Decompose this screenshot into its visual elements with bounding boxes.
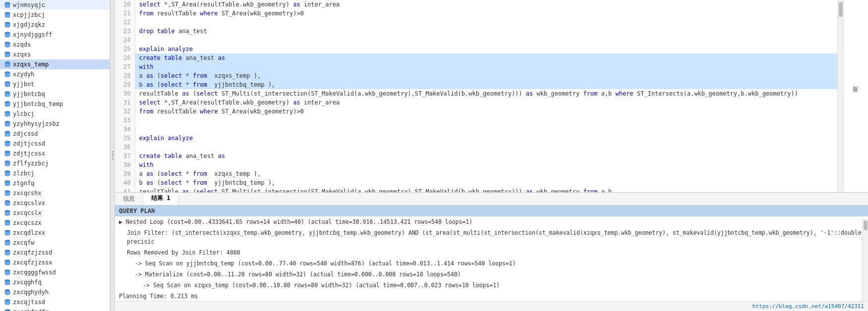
tab-info[interactable]: 信息 — [115, 193, 143, 205]
db-icon — [4, 110, 11, 117]
sidebar-item-xzydyh[interactable]: xzydyh — [0, 69, 110, 79]
line-content[interactable] — [135, 143, 837, 152]
line-content[interactable] — [135, 116, 837, 125]
bottom-scrollbar[interactable] — [862, 218, 868, 301]
svg-point-1 — [5, 2, 10, 4]
sidebar-item-label: xzqxs_temp — [13, 61, 49, 68]
sidebar-item-xjnydjggsff[interactable]: xjnydjggsff — [0, 30, 110, 40]
sidebar-item-zxcqgggfwssd[interactable]: zxcqgggfwssd — [0, 267, 110, 277]
sidebar-item-xzqxs[interactable]: xzqxs — [0, 50, 110, 59]
line-content[interactable]: resultTable as (select ST_Multi(st_inter… — [135, 187, 837, 192]
sidebar-item-zlzbcj[interactable]: zlzbcj — [0, 168, 110, 178]
sidebar-item-xzqxs_temp[interactable]: xzqxs_temp — [0, 59, 110, 69]
sidebar-item-yjjbntcbq[interactable]: yjjbntcbq — [0, 89, 110, 99]
bottom-scrollbar-thumb[interactable] — [864, 220, 868, 230]
svg-point-13 — [5, 62, 10, 64]
query-plan-row: Rows Removed by Join Filter: 4860 — [115, 247, 868, 258]
db-icon — [4, 299, 11, 306]
svg-point-55 — [5, 270, 10, 272]
db-icon — [4, 170, 11, 177]
sidebar-item-label: zdjtjcssx — [13, 150, 45, 157]
line-content[interactable]: drop table ana_test — [135, 27, 837, 36]
svg-point-5 — [5, 22, 10, 24]
sidebar-item-zdjcssd[interactable]: zdjcssd — [0, 129, 110, 139]
line-content[interactable] — [135, 18, 837, 27]
svg-point-9 — [5, 42, 10, 44]
sidebar-item-xcpjjzbcj[interactable]: xcpjjzbcj — [0, 10, 110, 20]
editor-scrollbar[interactable] — [837, 0, 843, 192]
sidebar-item-zxcqcslx[interactable]: zxcqcslx — [0, 208, 110, 218]
line-content[interactable]: select *,ST_Area(resultTable.wkb_geometr… — [135, 0, 837, 9]
db-icon — [4, 190, 11, 197]
divider[interactable] — [110, 0, 115, 311]
db-icon — [4, 81, 11, 88]
sidebar-item-yjjbntcbq_temp[interactable]: yjjbntcbq_temp — [0, 99, 110, 109]
db-icon — [4, 71, 11, 78]
sidebar-item-zxcqghydyh[interactable]: zxcqghydyh — [0, 287, 110, 297]
line-content[interactable]: explain analyze — [135, 134, 837, 143]
sidebar-item-zxcqcslvx[interactable]: zxcqcslvx — [0, 198, 110, 208]
sidebar-item-zxcqghfq[interactable]: zxcqghfq — [0, 277, 110, 287]
line-content[interactable]: create table ana_test as — [135, 152, 837, 160]
line-number: 32 — [115, 107, 135, 116]
line-content[interactable]: select *,ST_Area(resultTable.wkb_geometr… — [135, 98, 837, 107]
sidebar-item-zxcqfzjzssx[interactable]: zxcqfzjzssx — [0, 258, 110, 267]
line-content[interactable]: create table ana_test as — [135, 53, 837, 62]
sidebar-item-zxcqcshx[interactable]: zxcqcshx — [0, 188, 110, 198]
sidebar-item-zxcqkfqdfq[interactable]: zxcqkfqdfq — [0, 307, 110, 311]
sidebar-item-label: zxcqcszx — [13, 219, 42, 226]
line-content[interactable]: a as (select * from xzqxs_temp ), — [135, 169, 837, 178]
sidebar-item-wjnmsyqjc[interactable]: wjnmsyqjc — [0, 0, 110, 10]
sidebar-item-zxcqcszx[interactable]: zxcqcszx — [0, 218, 110, 228]
sidebar-item-zxcqdlzxx[interactable]: zxcqdlzxx — [0, 228, 110, 238]
sidebar-item-label: yjjbntcbq_temp — [13, 101, 63, 107]
code-line: 41resultTable as (select ST_Multi(st_int… — [115, 187, 837, 192]
line-number: 21 — [115, 9, 135, 18]
line-content[interactable]: a as (select * from xzqxs_temp ), — [135, 71, 837, 80]
sidebar-item-zflfyzzbcj[interactable]: zflfyzzbcj — [0, 158, 110, 168]
tab-result1[interactable]: 结果 1 — [143, 193, 178, 205]
line-content[interactable] — [135, 125, 837, 134]
sidebar-item-zxcqfw[interactable]: zxcqfw — [0, 238, 110, 248]
line-content[interactable]: with — [135, 62, 837, 71]
sidebar-item-xjgdjzqkz[interactable]: xjgdjzqkz — [0, 20, 110, 30]
sidebar-item-yjjbnt[interactable]: yjjbnt — [0, 79, 110, 89]
db-icon — [4, 229, 11, 236]
code-editor[interactable]: 20select *,ST_Area(resultTable.wkb_geome… — [115, 0, 837, 192]
line-content[interactable]: from resultTable where ST_Area(wkb_geome… — [135, 107, 837, 116]
line-content[interactable]: explain analyze — [135, 45, 837, 53]
sidebar-item-zdjtjcssd[interactable]: zdjtjcssd — [0, 139, 110, 149]
svg-point-39 — [5, 191, 10, 193]
line-content[interactable]: b as (select * from yjjbntcbq_temp ), — [135, 80, 837, 89]
editor-scrollbar-thumb[interactable] — [839, 2, 843, 17]
svg-point-31 — [5, 151, 10, 153]
expand-arrow[interactable]: ▶ — [119, 218, 122, 225]
db-icon — [4, 51, 11, 58]
svg-point-53 — [5, 260, 10, 262]
line-content[interactable] — [135, 36, 837, 45]
db-icon — [4, 249, 11, 256]
panel-content[interactable]: QUERY PLAN ▶ Nested Loop (cost=0.00..433… — [115, 206, 868, 301]
sidebar-item-label: xzqxs — [13, 51, 31, 58]
line-content[interactable]: b as (select * from yjjbntcbq_temp ), — [135, 178, 837, 187]
footer-link[interactable]: https://blog.csdn.net/a15407/42311 — [752, 303, 864, 310]
db-icon — [4, 279, 11, 286]
line-content[interactable]: resultTable as (select ST_Multi(st_inter… — [135, 89, 837, 98]
code-line: 30resultTable as (select ST_Multi(st_int… — [115, 89, 837, 98]
code-line: 39a as (select * from xzqxs_temp ), — [115, 169, 837, 178]
svg-point-37 — [5, 181, 10, 183]
line-content[interactable]: from resultTable where ST_Area(wkb_geome… — [135, 9, 837, 18]
sidebar-item-zxcqfzjzssd[interactable]: zxcqfzjzssd — [0, 248, 110, 258]
line-number: 26 — [115, 53, 135, 62]
sidebar-item-ylcbcj[interactable]: ylcbcj — [0, 109, 110, 119]
sidebar-item-ztgnfq[interactable]: ztgnfq — [0, 178, 110, 188]
sidebar-item-zdjtjcssx[interactable]: zdjtjcssx — [0, 149, 110, 158]
line-content[interactable]: with — [135, 160, 837, 169]
svg-point-49 — [5, 240, 10, 242]
sidebar-item-zxcqjtssd[interactable]: zxcqjtssd — [0, 297, 110, 307]
line-number: 35 — [115, 134, 135, 143]
sidebar-item-yzyhhysyjzsbz[interactable]: yzyhhysyjzsbz — [0, 119, 110, 129]
sidebar-item-xzqds[interactable]: xzqds — [0, 40, 110, 50]
sidebar-item-label: yzyhhysyjzsbz — [13, 120, 59, 127]
sidebar-item-label: zdjtjcssd — [13, 140, 45, 147]
